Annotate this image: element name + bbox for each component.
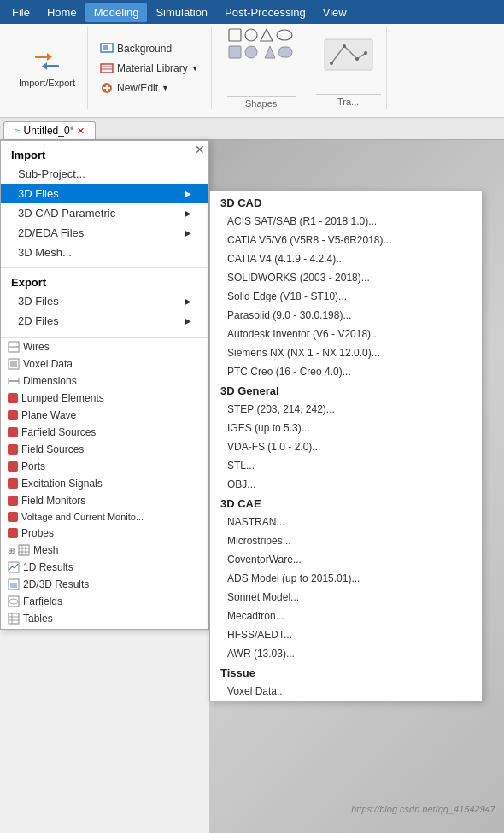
dropdown-export-2d[interactable]: 2D Files ▶: [1, 311, 208, 331]
svg-point-23: [364, 51, 367, 55]
svg-rect-12: [229, 29, 241, 41]
dropdown-3d-mesh[interactable]: 3D Mesh...: [1, 243, 208, 262]
submenu-sonnet[interactable]: Sonnet Model...: [210, 588, 482, 607]
submenu-iges[interactable]: IGES (up to 5.3)...: [210, 419, 482, 437]
tree-probes[interactable]: Probes: [1, 525, 208, 542]
submenu-solid-edge[interactable]: Solid Edge (V18 - ST10)...: [210, 287, 482, 306]
submenu-siemens[interactable]: Siemens NX (NX 1 - NX 12.0.0)...: [210, 343, 482, 362]
dropdown-3d-files[interactable]: 3D Files ▶: [1, 184, 208, 203]
export-section: Export 3D Files ▶ 2D Files ▶: [1, 270, 208, 334]
svg-point-22: [355, 57, 359, 61]
import-export-group: Import/Export: [7, 27, 88, 109]
submenu-catia-v4[interactable]: CATIA V4 (4.1.9 - 4.2.4)...: [210, 249, 482, 268]
plane-wave-icon: [8, 410, 18, 420]
tab-close-button[interactable]: ✕: [77, 126, 85, 137]
submenu-step[interactable]: STEP (203, 214, 242)...: [210, 400, 482, 419]
submenu-vda[interactable]: VDA-FS (1.0 - 2.0)...: [210, 437, 482, 456]
import-export-button[interactable]: Import/Export: [12, 46, 82, 91]
menu-file[interactable]: File: [3, 3, 38, 22]
tree-farfields[interactable]: Farfields: [1, 593, 208, 610]
dropdown-sub-project[interactable]: Sub-Project...: [1, 164, 208, 184]
dropdown-close-btn[interactable]: ✕: [195, 143, 205, 156]
submenu-autodesk[interactable]: Autodesk Inventor (V6 - V2018)...: [210, 325, 482, 343]
submenu-hfss[interactable]: HFSS/AEDT...: [210, 625, 482, 644]
background-button[interactable]: Background: [95, 40, 204, 57]
tree-wires[interactable]: Wires: [1, 338, 208, 355]
menu-view[interactable]: View: [314, 3, 355, 22]
new-edit-label: New/Edit: [117, 82, 158, 94]
tree-farfield-sources[interactable]: Farfield Sources: [1, 424, 208, 441]
2d-3d-results-icon: [8, 578, 20, 590]
modeling-ribbon-col: Background Material Library ▼ New/Edit ▼: [95, 27, 212, 109]
submenu-microstripes[interactable]: Microstripes...: [210, 531, 482, 550]
menu-bar: File Home Modeling Simulation Post-Proce…: [0, 0, 504, 24]
tree-field-monitors[interactable]: Field Monitors: [1, 492, 208, 509]
submenu-cad-header: 3D CAD: [210, 191, 482, 212]
transforms-svg: [323, 38, 374, 72]
tree-1d-results[interactable]: 1D Results: [1, 559, 208, 576]
svg-rect-0: [35, 56, 47, 58]
submenu-awr[interactable]: AWR (13.03)...: [210, 644, 482, 663]
dropdown-2d-eda[interactable]: 2D/EDA Files ▶: [1, 223, 208, 243]
tree-mesh[interactable]: ⊞ Mesh: [1, 542, 208, 559]
field-monitors-icon: [8, 496, 18, 506]
tree-lumped[interactable]: Lumped Elements: [1, 390, 208, 407]
material-library-button[interactable]: Material Library ▼: [95, 60, 204, 77]
menu-modeling[interactable]: Modeling: [85, 3, 148, 22]
import-export-label: Import/Export: [19, 78, 75, 88]
tree-voxel[interactable]: Voxel Data: [1, 355, 208, 373]
submenu-solidworks[interactable]: SOLIDWORKS (2003 - 2018)...: [210, 268, 482, 287]
submenu-voxel-data[interactable]: Voxel Data...: [210, 682, 482, 701]
menu-post-processing[interactable]: Post-Processing: [216, 3, 314, 22]
tree-dimensions[interactable]: Dimensions: [1, 373, 208, 390]
import-export-icon: [33, 49, 61, 76]
import-export-dropdown: ✕ Import Sub-Project... 3D Files ▶ 3D CA…: [0, 140, 209, 630]
dropdown-export-3d[interactable]: 3D Files ▶: [1, 291, 208, 311]
svg-rect-16: [229, 46, 241, 58]
tree-excitation[interactable]: Excitation Signals: [1, 475, 208, 492]
submenu-obj[interactable]: OBJ...: [210, 475, 482, 494]
svg-rect-38: [10, 583, 17, 588]
svg-rect-6: [101, 64, 113, 73]
submenu-nastran[interactable]: NASTRAN...: [210, 513, 482, 531]
voltage-icon: [8, 512, 18, 522]
import-header: Import: [1, 146, 208, 164]
menu-home[interactable]: Home: [38, 3, 85, 22]
ports-icon: [8, 461, 18, 472]
submenu-acis[interactable]: ACIS SAT/SAB (R1 - 2018 1.0)...: [210, 212, 482, 231]
tree-plane-wave[interactable]: Plane Wave: [1, 407, 208, 424]
svg-marker-3: [42, 62, 47, 70]
submenu-catia-v5[interactable]: CATIA V5/V6 (V5R8 - V5-6R2018)...: [210, 231, 482, 249]
submenu-parasolid[interactable]: Parasolid (9.0 - 30.0.198)...: [210, 306, 482, 325]
submenu-stl[interactable]: STL...: [210, 456, 482, 475]
svg-rect-27: [10, 361, 17, 367]
submenu-ptc-creo[interactable]: PTC Creo (16 - Creo 4.0)...: [210, 362, 482, 381]
arrow-export-2d: ▶: [185, 316, 191, 326]
farfields-icon: [8, 595, 20, 607]
tree-2d-3d-results[interactable]: 2D/3D Results: [1, 576, 208, 593]
svg-point-20: [330, 62, 333, 65]
tree-tables[interactable]: Tables: [1, 610, 208, 627]
arrow-3d-cad-param: ▶: [185, 208, 191, 218]
svg-rect-39: [9, 596, 19, 607]
arrow-3d-files: ▶: [185, 189, 191, 198]
tree-voltage-current[interactable]: Voltage and Current Monito...: [1, 509, 208, 525]
dimensions-icon: [8, 375, 20, 387]
submenu-coventorware[interactable]: CoventorWare...: [210, 550, 482, 569]
menu-simulation[interactable]: Simulation: [147, 3, 216, 22]
tree-ports[interactable]: Ports: [1, 458, 208, 475]
submenu-mecadtron[interactable]: Mecadtron...: [210, 607, 482, 625]
new-edit-button[interactable]: New/Edit ▼: [95, 79, 204, 97]
wires-icon: [8, 341, 20, 353]
new-edit-icon: [100, 81, 114, 95]
import-section: Import Sub-Project... 3D Files ▶ 3D CAD …: [1, 143, 208, 266]
tab-untitled[interactable]: ≈ Untitled_0* ✕: [3, 121, 96, 139]
submenu-ads[interactable]: ADS Model (up to 2015.01)...: [210, 569, 482, 588]
svg-point-15: [277, 30, 292, 40]
tree-field-sources[interactable]: Field Sources: [1, 441, 208, 458]
mesh-expand-icon: ⊞: [8, 546, 15, 555]
svg-rect-18: [278, 47, 292, 57]
svg-marker-14: [261, 29, 273, 41]
tab-bar: ≈ Untitled_0* ✕: [0, 118, 504, 140]
dropdown-3d-cad-parametric[interactable]: 3D CAD Parametric ▶: [1, 203, 208, 223]
